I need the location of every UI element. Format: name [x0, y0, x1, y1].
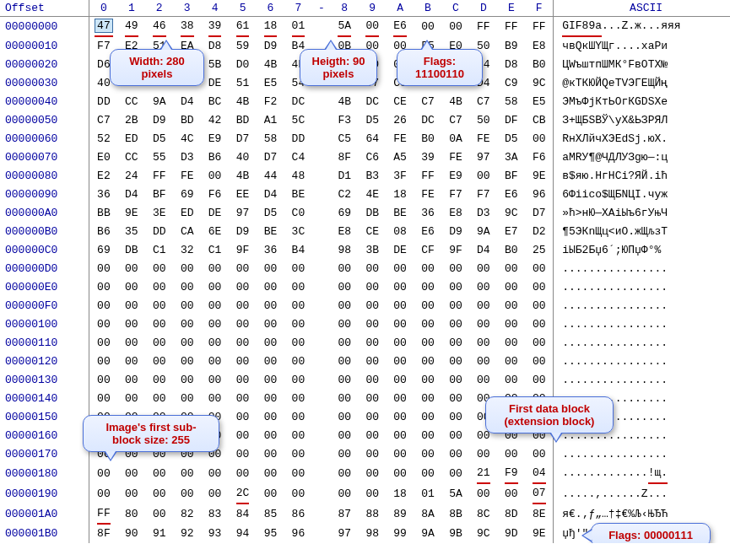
hex-byte[interactable]: B9: [497, 37, 525, 56]
hex-byte[interactable]: 00: [359, 390, 387, 408]
hex-byte[interactable]: BF: [145, 186, 173, 204]
hex-byte[interactable]: DC: [414, 111, 442, 130]
hex-byte[interactable]: 00: [441, 427, 469, 445]
hex-byte[interactable]: 00: [229, 427, 257, 445]
hex-byte[interactable]: 00: [441, 353, 469, 371]
hex-byte[interactable]: 00: [284, 484, 312, 504]
ascii-cell[interactable]: чвQкШYЩг....хаРи: [554, 37, 730, 56]
hex-byte[interactable]: 00: [441, 390, 469, 408]
hex-byte[interactable]: 00: [173, 315, 201, 334]
hex-byte[interactable]: 00: [229, 334, 257, 353]
hex-byte[interactable]: E6: [387, 17, 414, 38]
hex-row[interactable]: 00000070E0CC55D3B640D7C4 8FC6A539FE973AF…: [0, 148, 730, 167]
hex-byte[interactable]: 95: [257, 525, 284, 543]
hex-byte[interactable]: 00: [359, 353, 387, 371]
hex-byte[interactable]: 00: [331, 464, 359, 484]
hex-byte[interactable]: 00: [201, 315, 229, 334]
hex-byte[interactable]: BE: [257, 223, 284, 241]
hex-byte[interactable]: C4: [284, 148, 312, 167]
hex-byte[interactable]: C7: [469, 93, 497, 111]
hex-byte[interactable]: 00: [229, 464, 257, 484]
hex-byte[interactable]: 18: [257, 17, 284, 38]
hex-byte[interactable]: 4B: [229, 93, 257, 111]
hex-byte[interactable]: D4: [469, 241, 497, 260]
ascii-cell[interactable]: ¶5ЭКnЩц<иО.жЩљзТ: [554, 223, 730, 241]
hex-byte[interactable]: E6: [414, 223, 442, 241]
hex-byte[interactable]: 64: [359, 130, 387, 148]
hex-byte[interactable]: B0: [497, 241, 525, 260]
hex-byte[interactable]: 5B: [201, 56, 229, 74]
hex-byte[interactable]: 00: [173, 390, 201, 408]
hex-byte[interactable]: 47: [89, 17, 117, 38]
hex-byte[interactable]: 36: [414, 204, 442, 223]
hex-byte[interactable]: 00: [414, 260, 442, 278]
hex-byte[interactable]: 00: [284, 260, 312, 278]
hex-byte[interactable]: 0A: [441, 130, 469, 148]
hex-byte[interactable]: 00: [469, 334, 497, 353]
hex-byte[interactable]: 86: [284, 504, 312, 525]
hex-byte[interactable]: 00: [284, 297, 312, 315]
hex-byte[interactable]: A1: [257, 111, 284, 130]
hex-byte[interactable]: 69: [89, 241, 117, 260]
hex-byte[interactable]: 88: [359, 504, 387, 525]
hex-byte[interactable]: 00: [469, 260, 497, 278]
hex-byte[interactable]: 52: [89, 130, 117, 148]
hex-byte[interactable]: 00: [331, 427, 359, 445]
hex-byte[interactable]: 00: [201, 278, 229, 297]
hex-byte[interactable]: E0: [89, 148, 117, 167]
hex-byte[interactable]: 9F: [229, 241, 257, 260]
hex-byte[interactable]: 4B: [257, 56, 284, 74]
hex-byte[interactable]: 00: [229, 260, 257, 278]
hex-byte[interactable]: 97: [331, 525, 359, 543]
hex-byte[interactable]: B0: [414, 130, 442, 148]
hex-byte[interactable]: 39: [414, 148, 442, 167]
hex-byte[interactable]: DB: [359, 204, 387, 223]
ascii-cell[interactable]: 6Фiico$ЩБNЦI.чуж: [554, 186, 730, 204]
hex-byte[interactable]: F6: [201, 186, 229, 204]
hex-byte[interactable]: 00: [497, 484, 525, 504]
hex-byte[interactable]: E8: [441, 204, 469, 223]
hex-row[interactable]: 0000006052EDD54CE9D758DD C564FEB00AFED50…: [0, 130, 730, 148]
hex-byte[interactable]: D5: [497, 130, 525, 148]
hex-row[interactable]: 0000009036D4BF69F6EED4BE C24E18FEF7F7E69…: [0, 186, 730, 204]
hex-byte[interactable]: 8E: [525, 504, 553, 525]
hex-byte[interactable]: 07: [525, 484, 553, 504]
hex-byte[interactable]: 00: [387, 427, 414, 445]
hex-byte[interactable]: FE: [173, 167, 201, 186]
hex-byte[interactable]: 00: [331, 445, 359, 464]
hex-byte[interactable]: 40: [229, 148, 257, 167]
hex-byte[interactable]: 00: [497, 445, 525, 464]
hex-byte[interactable]: 3C: [284, 223, 312, 241]
hex-byte[interactable]: 00: [284, 390, 312, 408]
ascii-cell[interactable]: ................: [554, 315, 730, 334]
hex-byte[interactable]: 00: [441, 278, 469, 297]
hex-byte[interactable]: 00: [387, 334, 414, 353]
hex-byte[interactable]: 00: [145, 260, 173, 278]
hex-byte[interactable]: 00: [414, 408, 442, 427]
hex-byte[interactable]: 00: [469, 278, 497, 297]
hex-byte[interactable]: C7: [89, 111, 117, 130]
hex-byte[interactable]: 00: [89, 353, 117, 371]
hex-byte[interactable]: 00: [89, 464, 117, 484]
hex-byte[interactable]: B4: [284, 241, 312, 260]
hex-byte[interactable]: 00: [284, 408, 312, 427]
hex-byte[interactable]: 00: [331, 371, 359, 390]
hex-byte[interactable]: 00: [117, 371, 145, 390]
hex-byte[interactable]: 49: [117, 17, 145, 38]
hex-byte[interactable]: C9: [497, 74, 525, 93]
hex-byte[interactable]: 00: [497, 315, 525, 334]
hex-byte[interactable]: 00: [441, 297, 469, 315]
hex-byte[interactable]: 00: [117, 484, 145, 504]
hex-byte[interactable]: CC: [117, 148, 145, 167]
hex-byte[interactable]: 00: [257, 464, 284, 484]
hex-byte[interactable]: 00: [387, 278, 414, 297]
hex-byte[interactable]: 00: [331, 408, 359, 427]
hex-row[interactable]: 000000A0BB9E3EEDDE97D5C0 69DBBE36E8D39CD…: [0, 204, 730, 223]
hex-byte[interactable]: 25: [525, 241, 553, 260]
hex-byte[interactable]: 00: [331, 278, 359, 297]
hex-byte[interactable]: FF: [497, 17, 525, 38]
hex-byte[interactable]: F3: [331, 111, 359, 130]
hex-byte[interactable]: 59: [229, 37, 257, 56]
hex-byte[interactable]: 00: [414, 334, 442, 353]
hex-byte[interactable]: DF: [497, 111, 525, 130]
